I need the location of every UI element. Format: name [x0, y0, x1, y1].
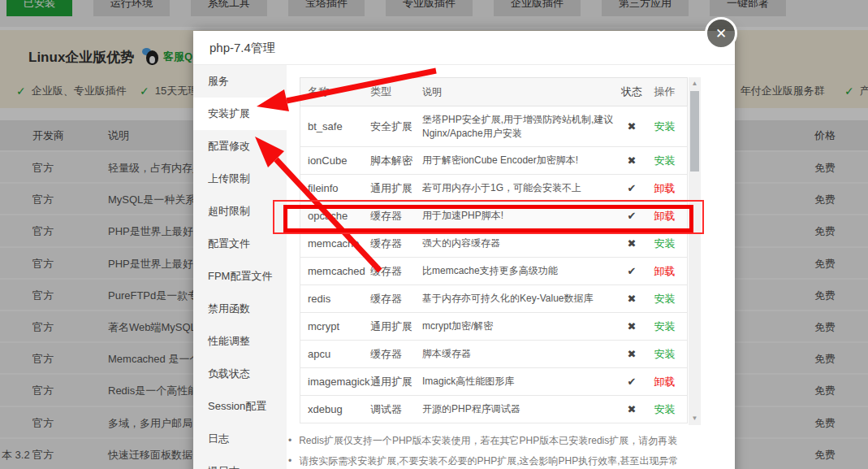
- extension-desc: 用于解密ionCube Encoder加密脚本!: [422, 154, 614, 167]
- not-installed-icon: ✖: [614, 403, 650, 415]
- bullet-icon: •: [288, 451, 291, 469]
- not-installed-icon: ✖: [614, 348, 650, 360]
- extension-desc: 基于内存亦可持久化的Key-Value数据库: [422, 292, 614, 305]
- extension-notes: • Redis扩展仅支持一个PHP版本安装使用，若在其它PHP版本已安装redi…: [288, 431, 679, 469]
- extension-type: 缓存器: [370, 347, 422, 362]
- menu-item-config-file[interactable]: 配置文件: [193, 228, 287, 260]
- install-link[interactable]: 安装: [650, 119, 680, 134]
- menu-item-upload-limit[interactable]: 上传限制: [193, 163, 287, 195]
- menu-item-install-extensions[interactable]: 安装扩展: [193, 98, 287, 130]
- menu-item-timeout-limit[interactable]: 超时限制: [193, 195, 287, 228]
- extension-row-xdebug: xdebug 调试器 开源的PHP程序调试器 ✖ 安装: [300, 396, 688, 423]
- scrollbar-thumb[interactable]: [690, 91, 699, 172]
- scroll-down-icon[interactable]: ▼: [689, 414, 701, 423]
- extension-type: 缓存器: [370, 264, 422, 279]
- extension-type: 缓存器: [370, 209, 422, 224]
- close-button[interactable]: ✕: [705, 17, 737, 50]
- extension-row-fileinfo: fileinfo 通用扩展 若可用内存小于1G，可能会安装不上 ✔ 卸载: [300, 175, 688, 202]
- install-link[interactable]: 安装: [650, 347, 680, 362]
- note-install-advice: • 请按实际需求安装扩展,不要安装不必要的PHP扩展,这会影响PHP执行效率,甚…: [288, 451, 679, 469]
- extension-type: 调试器: [370, 402, 422, 417]
- extension-desc: 堡塔PHP安全扩展,用于增强防跨站机制,建议Nginx/Apache用户安装: [422, 113, 614, 139]
- not-installed-icon: ✖: [614, 237, 650, 250]
- extension-name: bt_safe: [300, 120, 370, 132]
- extension-desc: 若可用内存小于1G，可能会安装不上: [422, 181, 614, 194]
- installed-icon: ✔: [614, 182, 650, 194]
- extension-name: memcached: [300, 265, 370, 277]
- column-desc: 说明: [422, 85, 614, 98]
- install-link[interactable]: 安装: [650, 237, 680, 251]
- not-installed-icon: ✖: [614, 154, 650, 167]
- extension-type: 缓存器: [370, 237, 422, 251]
- extension-row-opcache: opcache 缓存器 用于加速PHP脚本! ✔ 卸载: [300, 202, 688, 230]
- extension-type: 通用扩展: [370, 319, 422, 334]
- install-link[interactable]: 安装: [650, 402, 680, 417]
- extension-type: 缓存器: [370, 292, 422, 306]
- menu-item-disabled-functions[interactable]: 禁用函数: [193, 293, 287, 325]
- extension-name: fileinfo: [300, 182, 370, 194]
- extension-name: redis: [300, 293, 370, 305]
- menu-item-load-status[interactable]: 负载状态: [193, 358, 287, 390]
- extension-table-header: 名称 类型 说明 状态 操作: [300, 77, 688, 106]
- extension-row-apcu: apcu 缓存器 脚本缓存器 ✖ 安装: [300, 341, 688, 368]
- column-status: 状态: [614, 85, 650, 99]
- note-redis: • Redis扩展仅支持一个PHP版本安装使用，若在其它PHP版本已安装redi…: [288, 431, 679, 451]
- php-manage-dialog: php-7.4管理 ✕ 服务 安装扩展 配置修改 上传限制 超时限制 配置文件 …: [193, 31, 735, 469]
- bullet-icon: •: [288, 431, 291, 451]
- extension-desc: Imagick高性能图形库: [422, 375, 614, 388]
- note-text: 请按实际需求安装扩展,不要安装不必要的PHP扩展,这会影响PHP执行效率,甚至出…: [299, 451, 678, 469]
- extension-row-memcache: memcache 缓存器 强大的内容缓存器 ✖ 安装: [300, 230, 688, 258]
- uninstall-link[interactable]: 卸载: [650, 375, 680, 389]
- extension-type: 脚本解密: [370, 154, 422, 168]
- extension-row-mcrypt: mcrypt 通用扩展 mcrypt加密/解密 ✖ 安装: [300, 313, 688, 341]
- install-link[interactable]: 安装: [650, 154, 680, 168]
- uninstall-link[interactable]: 卸载: [650, 181, 680, 196]
- screen: 已安装 运行环境 系统工具 宝塔插件 专业版插件 企业版插件 第三方应用 一键部…: [0, 0, 868, 469]
- extension-name: mcrypt: [300, 320, 370, 332]
- extension-row-ionCube: ionCube 脚本解密 用于解密ionCube Encoder加密脚本! ✖ …: [300, 147, 688, 175]
- close-icon: ✕: [715, 25, 727, 42]
- table-scrollbar[interactable]: ▲ ▼: [689, 77, 701, 425]
- dialog-title-bar: php-7.4管理: [193, 31, 735, 65]
- extension-name: xdebug: [300, 403, 370, 415]
- installed-icon: ✔: [614, 376, 650, 388]
- menu-item-session-config[interactable]: Session配置: [193, 390, 287, 423]
- extension-desc: 比memcache支持更多高级功能: [422, 264, 614, 277]
- extension-row-imagemagick: imagemagick 通用扩展 Imagick高性能图形库 ✔ 卸载: [300, 368, 688, 396]
- install-link[interactable]: 安装: [650, 292, 680, 306]
- extension-type: 安全扩展: [370, 119, 422, 134]
- column-action: 操作: [650, 85, 680, 99]
- uninstall-link[interactable]: 卸载: [650, 264, 680, 279]
- extension-desc: 强大的内容缓存器: [422, 237, 614, 250]
- dialog-title: php-7.4管理: [209, 31, 275, 65]
- extension-desc: 开源的PHP程序调试器: [422, 402, 614, 415]
- extension-name: apcu: [300, 348, 370, 360]
- not-installed-icon: ✖: [614, 120, 650, 132]
- uninstall-link[interactable]: 卸载: [650, 209, 680, 224]
- install-link[interactable]: 安装: [650, 319, 680, 334]
- installed-icon: ✔: [614, 265, 650, 277]
- note-text: Redis扩展仅支持一个PHP版本安装使用，若在其它PHP版本已安装redis扩…: [299, 431, 677, 451]
- menu-item-service[interactable]: 服务: [193, 65, 287, 98]
- extension-type: 通用扩展: [370, 375, 422, 389]
- extension-row-bt_safe: bt_safe 安全扩展 堡塔PHP安全扩展,用于增强防跨站机制,建议Nginx…: [300, 106, 688, 147]
- installed-icon: ✔: [614, 210, 650, 222]
- dialog-side-menu: 服务 安装扩展 配置修改 上传限制 超时限制 配置文件 FPM配置文件 禁用函数…: [193, 65, 287, 469]
- menu-item-fpm-config-file[interactable]: FPM配置文件: [193, 260, 287, 293]
- not-installed-icon: ✖: [614, 320, 650, 332]
- extension-name: memcache: [300, 237, 370, 250]
- extension-desc: 用于加速PHP脚本!: [422, 209, 614, 222]
- extension-name: ionCube: [300, 154, 370, 167]
- extension-type: 通用扩展: [370, 181, 422, 196]
- menu-item-slow-log[interactable]: 慢日志: [193, 455, 287, 469]
- extension-name: imagemagick: [300, 376, 370, 388]
- scroll-up-icon[interactable]: ▲: [689, 79, 701, 89]
- column-name: 名称: [300, 85, 370, 99]
- not-installed-icon: ✖: [614, 293, 650, 305]
- extension-row-memcached: memcached 缓存器 比memcache支持更多高级功能 ✔ 卸载: [300, 258, 688, 285]
- menu-item-performance-tuning[interactable]: 性能调整: [193, 325, 287, 358]
- extension-table: 名称 类型 说明 状态 操作 bt_safe 安全扩展 堡塔PHP安全扩展,用于…: [300, 77, 688, 423]
- menu-item-log[interactable]: 日志: [193, 423, 287, 455]
- menu-item-config-edit[interactable]: 配置修改: [193, 130, 287, 163]
- extension-row-redis: redis 缓存器 基于内存亦可持久化的Key-Value数据库 ✖ 安装: [300, 285, 688, 313]
